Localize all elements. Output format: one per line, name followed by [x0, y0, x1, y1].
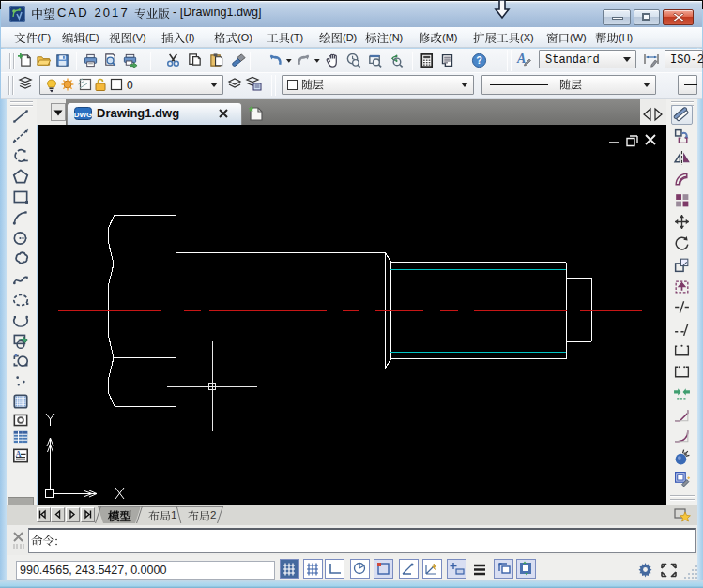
svg-text:0: 0: [127, 79, 133, 92]
svg-text:?: ?: [476, 54, 482, 66]
svg-text:DWG: DWG: [74, 111, 92, 119]
svg-text:A: A: [516, 52, 526, 66]
